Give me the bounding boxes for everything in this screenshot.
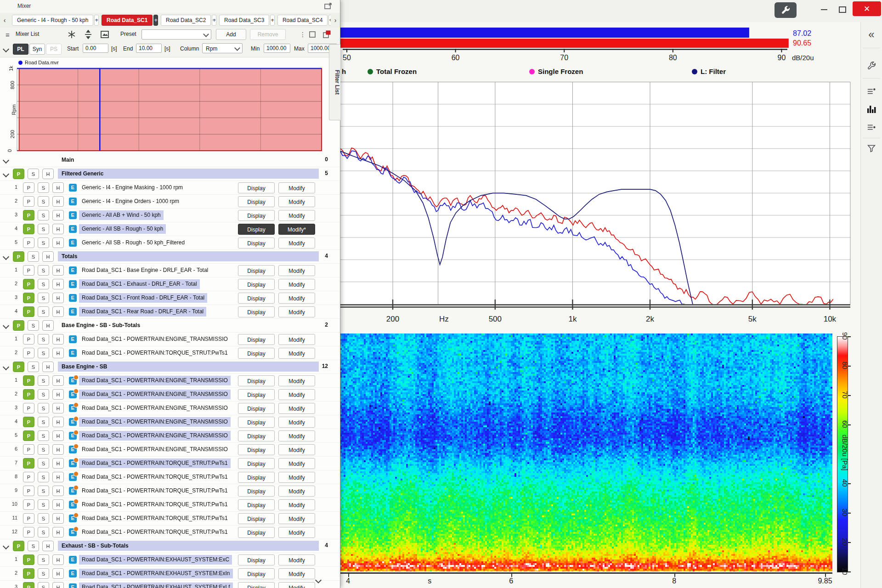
collapse-panel-icon[interactable]: « (865, 28, 877, 40)
row-p-button[interactable]: P (23, 182, 34, 193)
row-h-button[interactable]: H (52, 444, 64, 455)
modify-button[interactable]: Modify (278, 458, 315, 469)
pl-toggle-button[interactable]: PL (13, 44, 28, 55)
row-p-button[interactable]: P (23, 334, 34, 345)
tab-5[interactable]: Road Data_SC4 (277, 15, 328, 26)
list-item[interactable]: 10PSHERoad Data_SC1 - POWERTRAIN:TORQUE_… (0, 498, 340, 512)
modify-button[interactable]: Modify (278, 389, 315, 400)
row-h-button[interactable]: H (52, 513, 64, 524)
list-item[interactable]: 1PSHERoad Data_SC1 - POWERTRAIN:ENGINE_T… (0, 374, 340, 388)
row-s-button[interactable]: S (38, 554, 49, 565)
section-h-button[interactable]: H (42, 362, 54, 372)
display-button[interactable]: Display (238, 224, 275, 235)
row-h-button[interactable]: H (52, 403, 64, 413)
column-select[interactable]: Rpm (202, 43, 243, 53)
row-s-button[interactable]: S (38, 472, 49, 482)
row-s-button[interactable]: S (38, 182, 49, 193)
modify-button[interactable]: Modify (278, 582, 315, 588)
modify-button[interactable]: Modify (278, 375, 315, 386)
modify-button[interactable]: Modify (278, 196, 315, 207)
display-button[interactable]: Display (238, 430, 275, 441)
tab-add-button[interactable]: + (153, 15, 158, 26)
float-window-icon[interactable] (324, 3, 333, 10)
modify-button[interactable]: Modify (278, 403, 315, 414)
display-button[interactable]: Display (238, 265, 275, 276)
fit-vertical-icon[interactable] (84, 30, 93, 39)
tabs-scroll-right-icon[interactable]: › (331, 17, 340, 24)
row-h-button[interactable]: H (52, 293, 64, 303)
row-s-button[interactable]: S (38, 486, 49, 496)
minimize-button[interactable] (816, 4, 832, 16)
row-s-button[interactable]: S (38, 499, 49, 510)
frf-line-chart[interactable]: 2005001k2k5k10kHz (340, 82, 860, 325)
modify-button[interactable]: Modify (278, 334, 315, 345)
list-item[interactable]: 1PSHERoad Data_SC1 - POWERTRAIN:EXHAUST_… (0, 553, 340, 567)
display-button[interactable]: Display (238, 458, 275, 469)
section-s-button[interactable]: S (28, 251, 39, 262)
row-p-button[interactable]: P (23, 348, 34, 358)
close-button[interactable]: ✕ (853, 1, 881, 16)
filter-list-tab[interactable]: Filter List (329, 44, 340, 120)
row-s-button[interactable]: S (38, 265, 49, 276)
row-p-button[interactable]: P (23, 293, 34, 303)
tab-2[interactable]: Road Data_SC1 (102, 15, 153, 26)
section-p-button[interactable]: P (13, 541, 24, 551)
tab-4[interactable]: Road Data_SC3 (219, 15, 269, 26)
list-item[interactable]: 11PSHERoad Data_SC1 - POWERTRAIN:TORQUE_… (0, 512, 340, 526)
list-options-icon[interactable] (865, 121, 877, 133)
display-button[interactable]: Display (238, 293, 275, 304)
modify-button[interactable]: Modify (278, 527, 315, 538)
row-s-button[interactable]: S (38, 582, 49, 588)
row-h-button[interactable]: H (52, 237, 64, 248)
more-options-icon[interactable]: ⋮ (300, 31, 306, 38)
row-h-button[interactable]: H (52, 182, 64, 193)
row-p-button[interactable]: P (23, 568, 34, 579)
row-h-button[interactable]: H (52, 417, 64, 427)
section-header[interactable]: PSHFiltered Generic5 (0, 167, 340, 181)
row-p-button[interactable]: P (23, 265, 34, 276)
export-image-icon[interactable] (100, 30, 109, 39)
section-s-button[interactable]: S (28, 362, 39, 372)
display-button[interactable]: Display (238, 403, 275, 414)
row-h-button[interactable]: H (52, 196, 64, 207)
modify-button[interactable]: Modify (278, 444, 315, 455)
list-item[interactable]: 2PSHERoad Data_SC1 - POWERTRAIN:EXHAUST_… (0, 567, 340, 581)
modify-button[interactable]: Modify (278, 265, 315, 276)
section-s-button[interactable]: S (28, 320, 39, 331)
row-p-button[interactable]: P (23, 458, 34, 469)
row-h-button[interactable]: H (52, 582, 64, 588)
list-item[interactable]: 4PSHERoad Data_SC1 - POWERTRAIN:ENGINE_T… (0, 415, 340, 429)
row-p-button[interactable]: P (23, 582, 34, 588)
list-item[interactable]: 12PSHERoad Data_SC1 - POWERTRAIN:TORQUE_… (0, 526, 340, 539)
row-s-button[interactable]: S (38, 348, 49, 358)
min-input[interactable] (264, 44, 290, 53)
modify-button[interactable]: Modify (278, 348, 315, 359)
display-button[interactable]: Display (238, 499, 275, 510)
modify-button[interactable]: Modify (278, 472, 315, 483)
row-s-button[interactable]: S (38, 375, 49, 386)
maximize-button[interactable] (834, 4, 851, 16)
row-p-button[interactable]: P (23, 403, 34, 413)
modify-button[interactable]: Modify (278, 513, 315, 524)
row-h-button[interactable]: H (52, 306, 64, 317)
display-button[interactable]: Display (238, 348, 275, 359)
list-settings-icon[interactable] (865, 85, 877, 97)
section-header[interactable]: PSHExhaust - SB - Sub-Totals4 (0, 539, 340, 553)
rpm-profile-plot[interactable] (0, 66, 329, 161)
legend-single-frozen[interactable]: Single Frozen (529, 68, 583, 75)
legend-l-filter[interactable]: L: Filter (692, 68, 726, 75)
row-s-button[interactable]: S (38, 417, 49, 427)
row-h-button[interactable]: H (52, 568, 64, 579)
chevron-down-icon[interactable] (3, 157, 9, 164)
modify-button[interactable]: Modify (278, 306, 315, 317)
display-button[interactable]: Display (238, 196, 275, 207)
tab-1[interactable]: Generic - I4 - Rough - 50 kph (12, 15, 93, 26)
display-button[interactable]: Display (238, 582, 275, 588)
list-item[interactable]: 3PSHERoad Data_SC1 - POWERTRAIN:ENGINE_T… (0, 401, 340, 415)
list-item[interactable]: 5PSHEGeneric - All SB - Rough - 50 kph_F… (0, 236, 340, 250)
row-h-button[interactable]: H (52, 430, 64, 441)
row-s-button[interactable]: S (38, 527, 49, 537)
display-button[interactable]: Display (238, 306, 275, 317)
spectrogram-canvas[interactable] (340, 334, 832, 571)
chevron-down-icon[interactable] (3, 322, 9, 329)
